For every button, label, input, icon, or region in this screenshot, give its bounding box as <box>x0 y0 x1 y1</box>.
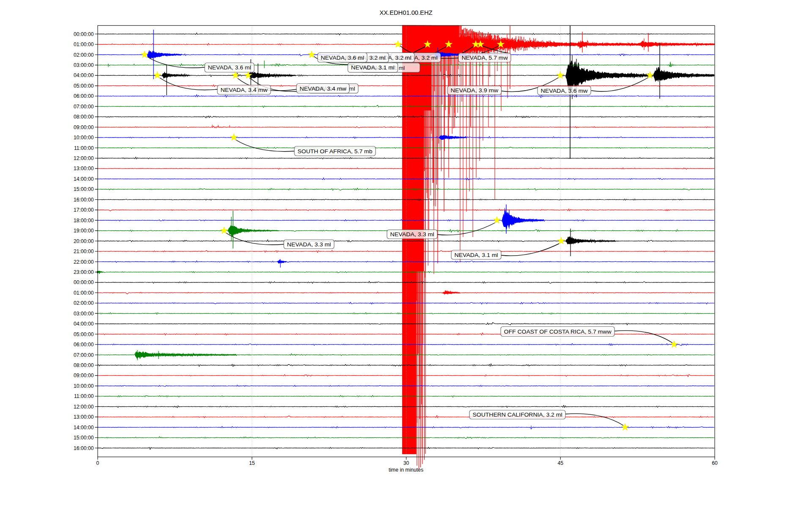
svg-text:03:00:00: 03:00:00 <box>74 62 94 68</box>
svg-text:12:00:00: 12:00:00 <box>74 404 94 410</box>
svg-text:NEVADA, 3.1 ml: NEVADA, 3.1 ml <box>455 252 498 258</box>
svg-text:NEVADA, 3.3 ml: NEVADA, 3.3 ml <box>390 231 434 237</box>
svg-text:07:00:00: 07:00:00 <box>74 352 94 358</box>
svg-text:OFF COAST OF COSTA RICA, 5.7 m: OFF COAST OF COSTA RICA, 5.7 mww <box>504 329 612 335</box>
svg-text:10:00:00: 10:00:00 <box>74 383 94 389</box>
svg-text:15:00:00: 15:00:00 <box>74 435 94 441</box>
svg-text:SOUTHERN CALIFORNIA, 3.2 ml: SOUTHERN CALIFORNIA, 3.2 ml <box>473 411 562 418</box>
svg-text:03:00:00: 03:00:00 <box>74 311 94 317</box>
svg-text:11:00:00: 11:00:00 <box>74 145 94 151</box>
svg-text:20:00:00: 20:00:00 <box>74 238 94 244</box>
svg-text:10:00:00: 10:00:00 <box>74 135 94 141</box>
svg-text:09:00:00: 09:00:00 <box>74 373 94 378</box>
svg-text:NEVADA, 5.7 mw: NEVADA, 5.7 mw <box>462 55 508 61</box>
svg-text:02:00:00: 02:00:00 <box>74 52 94 58</box>
svg-text:18:00:00: 18:00:00 <box>74 218 94 224</box>
svg-text:17:00:00: 17:00:00 <box>74 207 94 213</box>
svg-text:01:00:00: 01:00:00 <box>74 41 94 47</box>
svg-text:13:00:00: 13:00:00 <box>74 166 94 171</box>
svg-text:NEVADA, 3.1 ml: NEVADA, 3.1 ml <box>351 64 395 71</box>
svg-text:15: 15 <box>249 460 255 466</box>
svg-text:06:00:00: 06:00:00 <box>74 93 94 99</box>
svg-text:NEVADA, 3.4 mw: NEVADA, 3.4 mw <box>221 87 268 93</box>
svg-text:30: 30 <box>403 460 409 466</box>
svg-text:12:00:00: 12:00:00 <box>74 155 94 161</box>
svg-text:04:00:00: 04:00:00 <box>74 321 94 327</box>
svg-text:SOUTH OF AFRICA, 5.7 mb: SOUTH OF AFRICA, 5.7 mb <box>298 148 373 155</box>
svg-text:04:00:00: 04:00:00 <box>74 72 94 78</box>
svg-text:13:00:00: 13:00:00 <box>74 414 94 420</box>
svg-text:16:00:00: 16:00:00 <box>74 445 94 451</box>
svg-text:21:00:00: 21:00:00 <box>74 248 94 254</box>
svg-text:05:00:00: 05:00:00 <box>74 331 94 337</box>
svg-text:05:00:00: 05:00:00 <box>74 83 94 89</box>
svg-text:XX.EDH01.00.EHZ: XX.EDH01.00.EHZ <box>380 9 433 16</box>
svg-text:08:00:00: 08:00:00 <box>74 114 94 120</box>
svg-text:19:00:00: 19:00:00 <box>74 228 94 234</box>
svg-text:NEVADA, 3.6 ml: NEVADA, 3.6 ml <box>208 64 251 71</box>
svg-text:time in minutes: time in minutes <box>389 467 423 473</box>
svg-text:NEVADA, 3.6 ml: NEVADA, 3.6 ml <box>321 55 364 61</box>
svg-text:NEVADA, 3.3 ml: NEVADA, 3.3 ml <box>287 241 331 248</box>
svg-text:NEVADA, 3.6 mw: NEVADA, 3.6 mw <box>541 88 588 94</box>
svg-text:15:00:00: 15:00:00 <box>74 186 94 192</box>
svg-text:00:00:00: 00:00:00 <box>74 31 94 37</box>
svg-text:16:00:00: 16:00:00 <box>74 197 94 203</box>
svg-text:NEVADA, 3.9 mw: NEVADA, 3.9 mw <box>451 87 499 94</box>
svg-text:0: 0 <box>96 460 99 466</box>
svg-text:06:00:00: 06:00:00 <box>74 342 94 348</box>
svg-text:00:00:00: 00:00:00 <box>74 279 94 285</box>
svg-text:60: 60 <box>712 460 718 466</box>
svg-text:14:00:00: 14:00:00 <box>74 176 94 182</box>
svg-text:01:00:00: 01:00:00 <box>74 290 94 296</box>
svg-text:07:00:00: 07:00:00 <box>74 104 94 110</box>
svg-text:02:00:00: 02:00:00 <box>74 300 94 306</box>
svg-text:11:00:00: 11:00:00 <box>74 393 94 399</box>
svg-text:22:00:00: 22:00:00 <box>74 259 94 265</box>
svg-text:09:00:00: 09:00:00 <box>74 124 94 130</box>
svg-text:23:00:00: 23:00:00 <box>74 269 94 275</box>
svg-text:NEVADA, 3.4 mw: NEVADA, 3.4 mw <box>300 86 346 92</box>
svg-text:08:00:00: 08:00:00 <box>74 362 94 368</box>
svg-text:45: 45 <box>557 460 563 466</box>
svg-text:14:00:00: 14:00:00 <box>74 425 94 431</box>
